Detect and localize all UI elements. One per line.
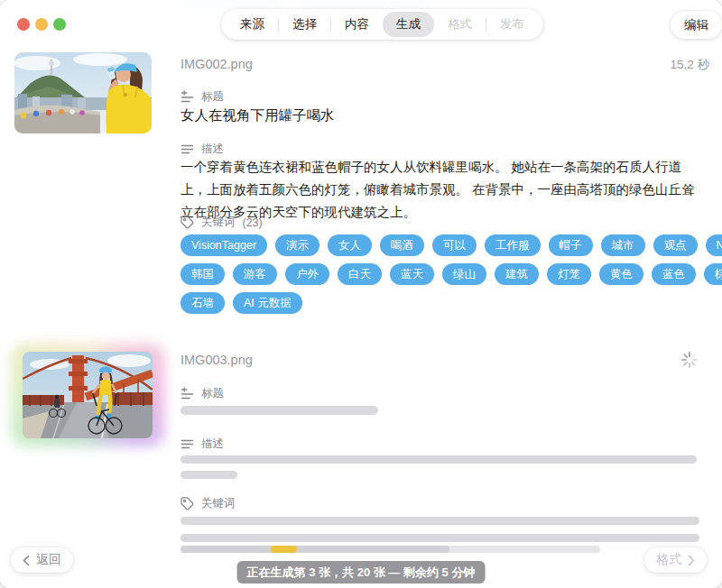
keyword-pill[interactable]: AI 元数据 bbox=[233, 292, 302, 314]
format-button-label: 格式 bbox=[656, 552, 681, 568]
keyword-pill[interactable]: 灯笼 bbox=[547, 263, 591, 285]
entry1-generation-time: 15,2 秒 bbox=[670, 57, 709, 73]
toolbar-tab: 发布 bbox=[486, 12, 538, 37]
keyword-pill[interactable]: 韩国 bbox=[180, 263, 225, 285]
entry2-title-skeleton bbox=[180, 406, 378, 415]
tag-icon bbox=[180, 216, 194, 229]
title-icon bbox=[180, 387, 194, 400]
keyword-pill[interactable]: 蓝色 bbox=[652, 263, 696, 285]
toolbar-tab[interactable]: 来源 bbox=[227, 12, 278, 37]
title-icon bbox=[180, 90, 194, 104]
keyword-pill[interactable]: 工作服 bbox=[485, 234, 541, 256]
toolbar-tab[interactable]: 内容 bbox=[331, 12, 383, 37]
keyword-pill[interactable]: 喝酒 bbox=[380, 234, 424, 256]
generation-status-toast: 正在生成第 3 张，共 20 张 — 剩余约 5 分钟 bbox=[237, 561, 486, 583]
entry1-filename: IMG002.png bbox=[180, 57, 253, 71]
edit-button[interactable]: 编辑 bbox=[671, 11, 722, 39]
entry2-title-label: 标题 bbox=[180, 386, 224, 401]
keyword-pill[interactable]: 演示 bbox=[275, 234, 319, 256]
title-label-text: 标题 bbox=[201, 89, 224, 105]
generation-progress-bar bbox=[180, 546, 600, 553]
toolbar-tab[interactable]: 选择 bbox=[279, 12, 330, 37]
keyword-pill[interactable]: N首尔塔 bbox=[706, 234, 722, 256]
keyword-pill[interactable]: 可以 bbox=[432, 234, 477, 256]
keywords-label-text: 关键词 bbox=[201, 496, 236, 511]
entry1-title[interactable]: 女人在视角下用罐子喝水 bbox=[180, 106, 335, 125]
keyword-pill[interactable]: 观点 bbox=[653, 234, 698, 256]
back-button[interactable]: 返回 bbox=[11, 547, 73, 573]
keywords-label-text: 关键词 bbox=[201, 215, 236, 230]
entry2-description-skeleton bbox=[180, 471, 237, 479]
thumbnail-img003[interactable] bbox=[23, 352, 153, 438]
entry1-description-label: 描述 bbox=[180, 142, 224, 157]
keyword-pill[interactable]: 石墙 bbox=[180, 292, 225, 314]
keyword-pill[interactable]: 黄色 bbox=[599, 263, 643, 285]
entry2-description-skeleton bbox=[180, 455, 697, 464]
thumbnail-img002[interactable] bbox=[14, 52, 152, 133]
entry2-keywords-skeleton bbox=[180, 534, 699, 542]
keyword-pill[interactable]: 女人 bbox=[328, 234, 372, 256]
keyword-pill[interactable]: 城市 bbox=[601, 234, 645, 256]
progress-filled bbox=[180, 546, 449, 553]
window-minimize-button[interactable] bbox=[35, 18, 48, 31]
title-label-text: 标题 bbox=[201, 386, 224, 401]
chevron-right-icon bbox=[688, 555, 695, 566]
toolbar: 来源选择内容生成格式发布 编辑 bbox=[0, 0, 722, 50]
description-label-text: 描述 bbox=[201, 436, 224, 452]
entry2-keywords-skeleton bbox=[180, 517, 699, 525]
entry1-keyword-pills: VisionTagger演示女人喝酒可以工作服帽子城市观点N首尔塔 韩国游客户外… bbox=[180, 234, 722, 314]
description-icon bbox=[180, 142, 194, 156]
toolbar-tab[interactable]: 生成 bbox=[383, 12, 434, 37]
progress-marker bbox=[271, 546, 297, 553]
entry1-title-label: 标题 bbox=[180, 89, 224, 105]
entry1-description[interactable]: 一个穿着黄色连衣裙和蓝色帽子的女人从饮料罐里喝水。 她站在一条高架的石质人行道上… bbox=[180, 156, 702, 224]
entry2-keywords-label: 关键词 bbox=[180, 496, 236, 511]
format-next-button[interactable]: 格式 bbox=[644, 547, 707, 573]
keyword-pill[interactable]: 建筑 bbox=[495, 263, 539, 285]
keyword-pill[interactable]: 棕色头发 bbox=[704, 263, 722, 285]
keyword-pill[interactable]: 户外 bbox=[285, 263, 329, 285]
window-close-button[interactable] bbox=[17, 18, 30, 31]
toolbar-tab: 格式 bbox=[434, 12, 486, 37]
entry2-description-label: 描述 bbox=[180, 436, 224, 452]
app-window: 来源选择内容生成格式发布 编辑 bbox=[0, 0, 722, 588]
entry1-keywords-label: 关键词 (23) bbox=[180, 215, 263, 230]
keyword-pill[interactable]: 绿山 bbox=[442, 263, 486, 285]
entry2-filename: IMG003.png bbox=[180, 353, 253, 367]
keyword-pill[interactable]: 游客 bbox=[233, 263, 277, 285]
keyword-pill[interactable]: VisionTagger bbox=[180, 234, 267, 256]
thumbnail-img003-processing-glow bbox=[11, 344, 164, 446]
window-zoom-button[interactable] bbox=[53, 18, 66, 31]
back-button-label: 返回 bbox=[36, 552, 61, 568]
tag-icon bbox=[180, 497, 194, 510]
description-label-text: 描述 bbox=[201, 142, 224, 157]
processing-spinner-icon bbox=[680, 351, 699, 369]
keyword-pill[interactable]: 帽子 bbox=[549, 234, 593, 256]
keywords-count: (23) bbox=[243, 216, 263, 229]
keyword-pill[interactable]: 蓝天 bbox=[390, 263, 434, 285]
description-icon bbox=[180, 437, 194, 451]
workflow-step-tabs: 来源选择内容生成格式发布 bbox=[221, 9, 543, 40]
chevron-left-icon bbox=[23, 555, 30, 566]
keyword-pill[interactable]: 白天 bbox=[338, 263, 382, 285]
